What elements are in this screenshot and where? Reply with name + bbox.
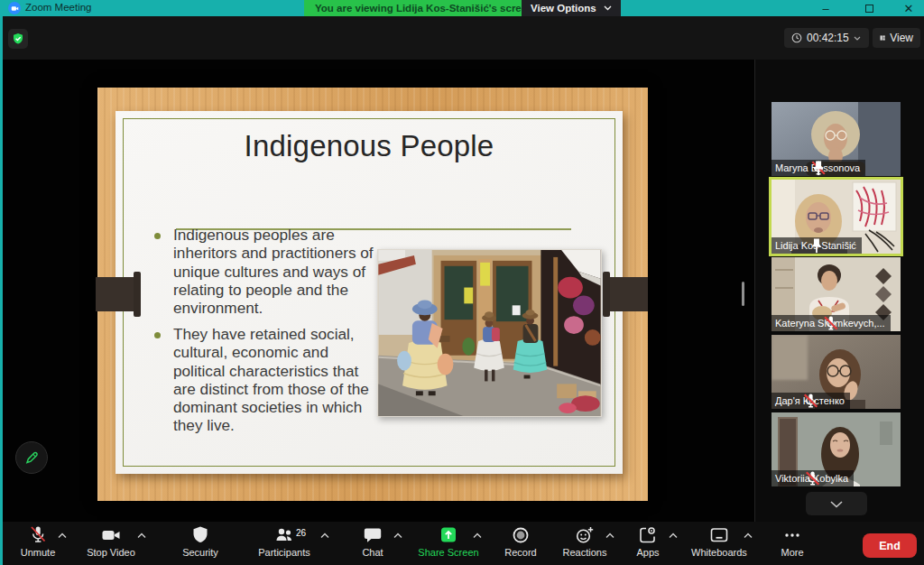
participant-name-tag: Дар'я Костенко — [772, 393, 850, 409]
slide-photo-street-scene — [377, 249, 602, 417]
participant-name-tag: Kateryna Shymkevych,... — [772, 315, 891, 331]
pin-icon — [772, 237, 862, 254]
toolbar-label: Unmute — [21, 547, 56, 558]
stage-scrollbar[interactable] — [742, 282, 744, 306]
slide-bullet-2: They have retained social, cultural, eco… — [173, 325, 379, 435]
shield-icon — [189, 525, 211, 545]
toolbar-label: Reactions — [563, 547, 607, 558]
statusbar: 00:42:15 View — [0, 16, 924, 60]
participant-name-tag: Maryna Bessonova — [772, 160, 865, 176]
chevron-up-icon[interactable] — [669, 533, 678, 539]
bullet-marker — [154, 332, 161, 338]
participant-name-tag: Lidija Kos-Stanišić — [772, 237, 862, 254]
toolbar-label: Security — [182, 547, 218, 558]
unmute-button[interactable]: Unmute — [0, 525, 78, 565]
share-screen-button[interactable]: Share Screen — [409, 525, 488, 565]
mic-muted-icon — [772, 470, 854, 486]
clock-icon — [791, 32, 802, 43]
mic-muted-icon — [772, 315, 891, 331]
minimize-button[interactable]: – — [812, 0, 839, 16]
view-options-label: View Options — [531, 3, 596, 14]
meeting-timer[interactable]: 00:42:15 — [784, 28, 869, 48]
chevron-up-icon[interactable] — [58, 533, 67, 539]
participant-tile-kateryna[interactable]: Kateryna Shymkevych,... — [772, 257, 901, 331]
participant-tile-lidija[interactable]: Lidija Kos-Stanišić — [772, 180, 901, 254]
slide-right-clip — [610, 277, 648, 311]
toolbar-label: Record — [504, 547, 536, 558]
window-title: Zoom Meeting — [25, 2, 92, 13]
view-layout-button[interactable]: View — [873, 28, 920, 48]
timer-value: 00:42:15 — [807, 32, 849, 44]
more-dots-icon — [781, 525, 803, 545]
maximize-button[interactable] — [855, 0, 882, 16]
participants-count-badge: 26 — [296, 528, 306, 538]
stop-video-button[interactable]: Stop Video — [71, 525, 151, 565]
participants-button[interactable]: Participants — [245, 525, 324, 565]
participant-tile-maryna[interactable]: Maryna Bessonova — [772, 102, 901, 176]
toolbar-label: Stop Video — [87, 547, 135, 558]
viewing-screen-banner: You are viewing Lidija Kos-Stanišić's sc… — [304, 0, 544, 16]
chevron-up-icon[interactable] — [744, 533, 753, 539]
chat-button[interactable]: Chat — [333, 525, 412, 565]
view-label: View — [890, 32, 913, 44]
security-button[interactable]: Security — [161, 525, 240, 565]
toolbar-label: More — [781, 547, 803, 558]
end-meeting-button[interactable]: End — [863, 533, 917, 558]
slide-right-clip — [603, 272, 610, 317]
participants-icon — [273, 525, 295, 545]
maximize-icon — [865, 5, 873, 13]
slide-bullet-1: Indigenous peoples are inheritors and pr… — [173, 226, 379, 317]
chevron-down-icon — [829, 500, 844, 508]
window-edge — [0, 16, 3, 565]
slide-left-clip — [96, 277, 134, 311]
participant-name-tag: Viktoriia Kobylka — [772, 470, 854, 486]
bullet-marker — [154, 233, 161, 239]
chevron-down-icon — [604, 5, 612, 11]
chevron-up-icon[interactable] — [393, 533, 402, 539]
pencil-icon — [23, 449, 40, 466]
zoom-logo-icon — [8, 2, 21, 14]
share-screen-icon — [438, 525, 459, 545]
meeting-security-shield-button[interactable] — [8, 29, 28, 49]
participant-tile-darya[interactable]: Дар'я Костенко — [772, 335, 901, 409]
slide-title: Indigenous People — [123, 129, 615, 163]
record-icon — [510, 525, 531, 545]
close-button[interactable]: ✕ — [895, 0, 922, 16]
apps-button[interactable]: Apps — [608, 525, 688, 565]
toolbar-label: Share Screen — [418, 547, 478, 558]
view-options-button[interactable]: View Options — [522, 0, 621, 16]
pin-icon — [772, 160, 865, 176]
mic-muted-icon — [772, 393, 850, 409]
titlebar: Zoom Meeting You are viewing Lidija Kos-… — [0, 0, 924, 16]
whiteboard-icon — [708, 525, 730, 545]
mic-muted-icon — [27, 525, 49, 545]
annotate-pen-button[interactable] — [15, 441, 48, 474]
apps-icon — [637, 525, 659, 545]
chevron-up-icon[interactable] — [320, 533, 329, 539]
toolbar-label: Chat — [362, 547, 383, 558]
chevron-down-icon — [854, 36, 861, 41]
toolbar-label: Apps — [636, 547, 659, 558]
whiteboards-button[interactable]: Whiteboards — [679, 525, 759, 565]
slide-left-clip — [134, 272, 141, 317]
shield-check-icon — [12, 32, 24, 45]
chevron-up-icon[interactable] — [137, 533, 146, 539]
more-button[interactable]: More — [753, 525, 832, 565]
toolbar-label: Whiteboards — [691, 547, 747, 558]
toolbar-label: Participants — [258, 547, 310, 558]
chat-bubble-icon — [362, 525, 383, 545]
reactions-icon — [574, 525, 596, 545]
grid-view-icon — [880, 32, 885, 43]
zoom-meeting-window: Zoom Meeting You are viewing Lidija Kos-… — [0, 0, 924, 565]
scroll-more-participants-button[interactable] — [806, 492, 867, 515]
participant-tile-viktoriia[interactable]: Viktoriia Kobylka — [772, 412, 901, 486]
video-camera-icon — [100, 525, 122, 545]
